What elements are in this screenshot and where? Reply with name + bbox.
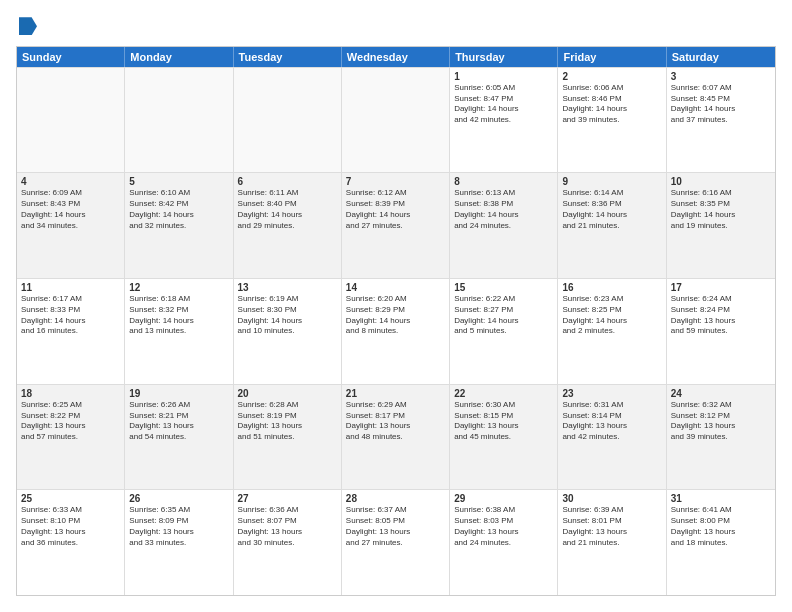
day-number: 18: [21, 388, 120, 399]
cell-text: Sunrise: 6:12 AMSunset: 8:39 PMDaylight:…: [346, 188, 445, 231]
cell-text: Sunrise: 6:05 AMSunset: 8:47 PMDaylight:…: [454, 83, 553, 126]
cal-cell: 10Sunrise: 6:16 AMSunset: 8:35 PMDayligh…: [667, 173, 775, 278]
cal-cell: [234, 68, 342, 173]
cal-header-cell: Thursday: [450, 47, 558, 67]
cal-cell: 5Sunrise: 6:10 AMSunset: 8:42 PMDaylight…: [125, 173, 233, 278]
day-number: 8: [454, 176, 553, 187]
day-number: 31: [671, 493, 771, 504]
cal-row: 11Sunrise: 6:17 AMSunset: 8:33 PMDayligh…: [17, 278, 775, 384]
cell-text: Sunrise: 6:18 AMSunset: 8:32 PMDaylight:…: [129, 294, 228, 337]
cal-cell: 11Sunrise: 6:17 AMSunset: 8:33 PMDayligh…: [17, 279, 125, 384]
cal-cell: 17Sunrise: 6:24 AMSunset: 8:24 PMDayligh…: [667, 279, 775, 384]
cell-text: Sunrise: 6:17 AMSunset: 8:33 PMDaylight:…: [21, 294, 120, 337]
cal-cell: [17, 68, 125, 173]
day-number: 30: [562, 493, 661, 504]
day-number: 23: [562, 388, 661, 399]
day-number: 14: [346, 282, 445, 293]
cal-cell: 23Sunrise: 6:31 AMSunset: 8:14 PMDayligh…: [558, 385, 666, 490]
cell-text: Sunrise: 6:16 AMSunset: 8:35 PMDaylight:…: [671, 188, 771, 231]
day-number: 2: [562, 71, 661, 82]
day-number: 5: [129, 176, 228, 187]
calendar: SundayMondayTuesdayWednesdayThursdayFrid…: [16, 46, 776, 596]
cal-cell: 4Sunrise: 6:09 AMSunset: 8:43 PMDaylight…: [17, 173, 125, 278]
cal-row: 1Sunrise: 6:05 AMSunset: 8:47 PMDaylight…: [17, 67, 775, 173]
day-number: 6: [238, 176, 337, 187]
logo-icon: [19, 17, 37, 35]
day-number: 12: [129, 282, 228, 293]
cal-cell: 28Sunrise: 6:37 AMSunset: 8:05 PMDayligh…: [342, 490, 450, 595]
cell-text: Sunrise: 6:23 AMSunset: 8:25 PMDaylight:…: [562, 294, 661, 337]
cell-text: Sunrise: 6:22 AMSunset: 8:27 PMDaylight:…: [454, 294, 553, 337]
cal-cell: 13Sunrise: 6:19 AMSunset: 8:30 PMDayligh…: [234, 279, 342, 384]
day-number: 10: [671, 176, 771, 187]
cal-header-cell: Saturday: [667, 47, 775, 67]
cell-text: Sunrise: 6:13 AMSunset: 8:38 PMDaylight:…: [454, 188, 553, 231]
cal-cell: 3Sunrise: 6:07 AMSunset: 8:45 PMDaylight…: [667, 68, 775, 173]
cal-row: 18Sunrise: 6:25 AMSunset: 8:22 PMDayligh…: [17, 384, 775, 490]
cal-cell: 22Sunrise: 6:30 AMSunset: 8:15 PMDayligh…: [450, 385, 558, 490]
cal-cell: 31Sunrise: 6:41 AMSunset: 8:00 PMDayligh…: [667, 490, 775, 595]
cell-text: Sunrise: 6:11 AMSunset: 8:40 PMDaylight:…: [238, 188, 337, 231]
cell-text: Sunrise: 6:19 AMSunset: 8:30 PMDaylight:…: [238, 294, 337, 337]
cal-row: 4Sunrise: 6:09 AMSunset: 8:43 PMDaylight…: [17, 172, 775, 278]
day-number: 29: [454, 493, 553, 504]
day-number: 13: [238, 282, 337, 293]
cell-text: Sunrise: 6:29 AMSunset: 8:17 PMDaylight:…: [346, 400, 445, 443]
day-number: 27: [238, 493, 337, 504]
day-number: 15: [454, 282, 553, 293]
cal-cell: 24Sunrise: 6:32 AMSunset: 8:12 PMDayligh…: [667, 385, 775, 490]
page: SundayMondayTuesdayWednesdayThursdayFrid…: [0, 0, 792, 612]
cal-row: 25Sunrise: 6:33 AMSunset: 8:10 PMDayligh…: [17, 489, 775, 595]
logo-line1: [16, 16, 37, 36]
cal-header-cell: Wednesday: [342, 47, 450, 67]
cell-text: Sunrise: 6:25 AMSunset: 8:22 PMDaylight:…: [21, 400, 120, 443]
cell-text: Sunrise: 6:26 AMSunset: 8:21 PMDaylight:…: [129, 400, 228, 443]
cell-text: Sunrise: 6:10 AMSunset: 8:42 PMDaylight:…: [129, 188, 228, 231]
cell-text: Sunrise: 6:30 AMSunset: 8:15 PMDaylight:…: [454, 400, 553, 443]
cal-cell: 8Sunrise: 6:13 AMSunset: 8:38 PMDaylight…: [450, 173, 558, 278]
cal-cell: 2Sunrise: 6:06 AMSunset: 8:46 PMDaylight…: [558, 68, 666, 173]
cal-cell: 19Sunrise: 6:26 AMSunset: 8:21 PMDayligh…: [125, 385, 233, 490]
cell-text: Sunrise: 6:37 AMSunset: 8:05 PMDaylight:…: [346, 505, 445, 548]
cal-cell: 16Sunrise: 6:23 AMSunset: 8:25 PMDayligh…: [558, 279, 666, 384]
cal-cell: 29Sunrise: 6:38 AMSunset: 8:03 PMDayligh…: [450, 490, 558, 595]
cell-text: Sunrise: 6:32 AMSunset: 8:12 PMDaylight:…: [671, 400, 771, 443]
cal-header-cell: Friday: [558, 47, 666, 67]
day-number: 28: [346, 493, 445, 504]
cal-header-cell: Monday: [125, 47, 233, 67]
cal-cell: 21Sunrise: 6:29 AMSunset: 8:17 PMDayligh…: [342, 385, 450, 490]
cal-cell: 12Sunrise: 6:18 AMSunset: 8:32 PMDayligh…: [125, 279, 233, 384]
cell-text: Sunrise: 6:33 AMSunset: 8:10 PMDaylight:…: [21, 505, 120, 548]
cal-cell: 15Sunrise: 6:22 AMSunset: 8:27 PMDayligh…: [450, 279, 558, 384]
cal-cell: 7Sunrise: 6:12 AMSunset: 8:39 PMDaylight…: [342, 173, 450, 278]
cal-cell: 20Sunrise: 6:28 AMSunset: 8:19 PMDayligh…: [234, 385, 342, 490]
cell-text: Sunrise: 6:31 AMSunset: 8:14 PMDaylight:…: [562, 400, 661, 443]
day-number: 20: [238, 388, 337, 399]
day-number: 11: [21, 282, 120, 293]
day-number: 17: [671, 282, 771, 293]
day-number: 24: [671, 388, 771, 399]
day-number: 4: [21, 176, 120, 187]
header: [16, 16, 776, 36]
cell-text: Sunrise: 6:06 AMSunset: 8:46 PMDaylight:…: [562, 83, 661, 126]
cell-text: Sunrise: 6:14 AMSunset: 8:36 PMDaylight:…: [562, 188, 661, 231]
day-number: 16: [562, 282, 661, 293]
cell-text: Sunrise: 6:09 AMSunset: 8:43 PMDaylight:…: [21, 188, 120, 231]
cal-cell: 18Sunrise: 6:25 AMSunset: 8:22 PMDayligh…: [17, 385, 125, 490]
cell-text: Sunrise: 6:36 AMSunset: 8:07 PMDaylight:…: [238, 505, 337, 548]
day-number: 26: [129, 493, 228, 504]
day-number: 1: [454, 71, 553, 82]
day-number: 25: [21, 493, 120, 504]
logo: [16, 16, 37, 36]
cal-header-cell: Tuesday: [234, 47, 342, 67]
cell-text: Sunrise: 6:35 AMSunset: 8:09 PMDaylight:…: [129, 505, 228, 548]
cal-cell: 26Sunrise: 6:35 AMSunset: 8:09 PMDayligh…: [125, 490, 233, 595]
cal-cell: 30Sunrise: 6:39 AMSunset: 8:01 PMDayligh…: [558, 490, 666, 595]
cal-cell: 1Sunrise: 6:05 AMSunset: 8:47 PMDaylight…: [450, 68, 558, 173]
cal-cell: 9Sunrise: 6:14 AMSunset: 8:36 PMDaylight…: [558, 173, 666, 278]
calendar-header: SundayMondayTuesdayWednesdayThursdayFrid…: [17, 47, 775, 67]
cell-text: Sunrise: 6:24 AMSunset: 8:24 PMDaylight:…: [671, 294, 771, 337]
cal-cell: 14Sunrise: 6:20 AMSunset: 8:29 PMDayligh…: [342, 279, 450, 384]
cal-cell: 6Sunrise: 6:11 AMSunset: 8:40 PMDaylight…: [234, 173, 342, 278]
calendar-body: 1Sunrise: 6:05 AMSunset: 8:47 PMDaylight…: [17, 67, 775, 595]
